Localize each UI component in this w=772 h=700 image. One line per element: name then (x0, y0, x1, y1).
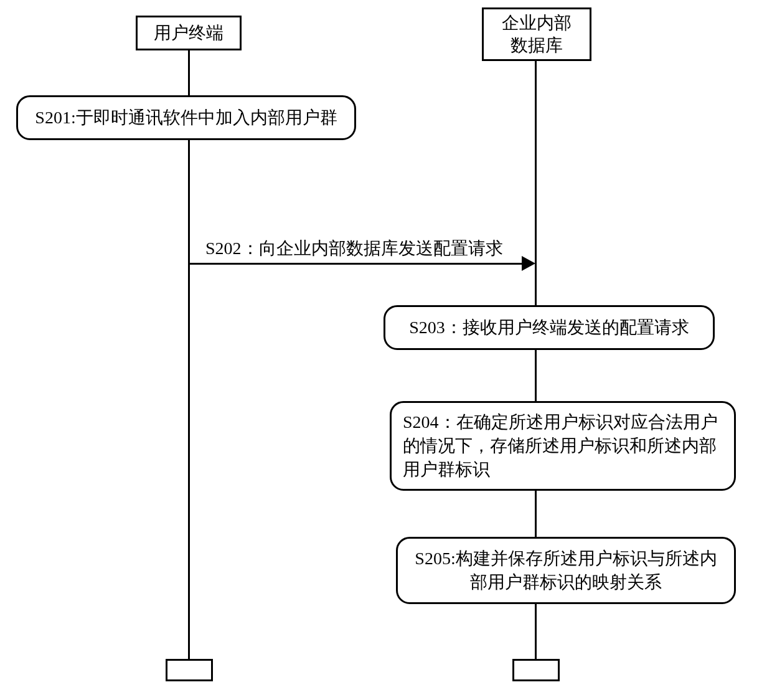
step-s205-label: S205:构建并保存所述用户标识与所述内部用户群标识的映射关系 (409, 547, 723, 594)
arrow-s202-line (189, 263, 522, 265)
step-s204-label: S204：在确定所述用户标识对应合法用户的情况下，存储所述用户标识和所述内部用户… (403, 410, 723, 481)
participant-enterprise-db: 企业内部 数据库 (482, 7, 591, 61)
step-s203: S203：接收用户终端发送的配置请求 (384, 305, 715, 350)
end-box-enterprise-db (512, 659, 560, 681)
step-s205: S205:构建并保存所述用户标识与所述内部用户群标识的映射关系 (396, 537, 736, 604)
participant-user-terminal: 用户终端 (136, 16, 242, 50)
sequence-diagram: 用户终端 企业内部 数据库 S201:于即时通讯软件中加入内部用户群 S202：… (0, 0, 772, 700)
step-s201-label: S201:于即时通讯软件中加入内部用户群 (35, 106, 337, 130)
lifeline-user-terminal-main (188, 140, 190, 659)
arrow-s202-head (522, 256, 535, 271)
participant-user-terminal-label: 用户终端 (154, 22, 224, 44)
step-s201: S201:于即时通讯软件中加入内部用户群 (16, 95, 356, 140)
step-s202-label: S202：向企业内部数据库发送配置请求 (205, 237, 503, 260)
end-box-user-terminal (166, 659, 213, 681)
step-s203-label: S203：接收用户终端发送的配置请求 (409, 316, 689, 339)
participant-enterprise-db-label: 企业内部 数据库 (502, 12, 572, 57)
lifeline-user-terminal-top (188, 50, 190, 95)
step-s204: S204：在确定所述用户标识对应合法用户的情况下，存储所述用户标识和所述内部用户… (390, 401, 736, 491)
